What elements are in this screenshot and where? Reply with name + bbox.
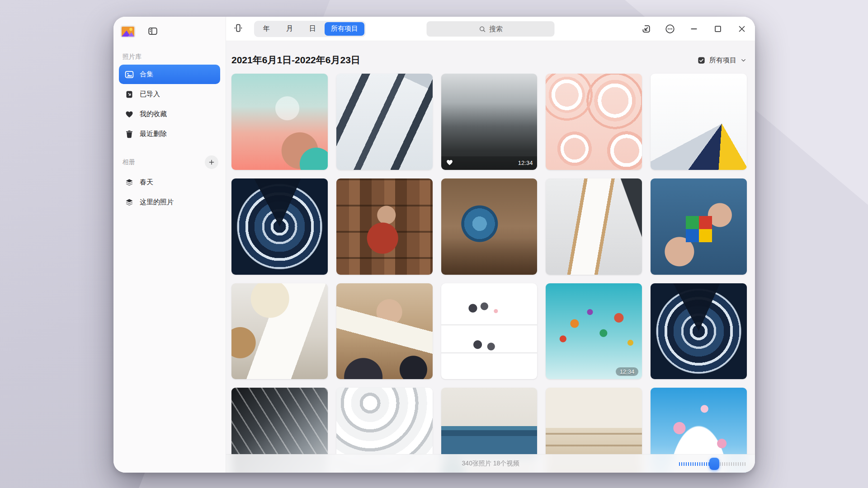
photo-couple-illustration[interactable]	[441, 283, 538, 380]
photo-spiral-building-blue-2[interactable]	[651, 283, 747, 380]
video-duration-badge: 12:34	[518, 160, 533, 166]
view-segment-all-items[interactable]: 所有项目	[325, 22, 364, 36]
photo-library-reader[interactable]	[336, 178, 433, 275]
photo-meeting-hands-papers[interactable]	[336, 283, 433, 380]
filter-check-icon	[697, 56, 706, 65]
search-input[interactable]: 搜索	[427, 21, 555, 37]
album-stack-icon	[125, 178, 134, 187]
photo-spiral-building-blue[interactable]	[231, 178, 328, 275]
view-mode-segmented-control: 年月日所有项目	[254, 21, 366, 37]
view-segment-day[interactable]: 日	[302, 22, 324, 36]
sidebar-sections: 照片库合集已导入我的收藏最近删除相册春天这里的照片	[119, 41, 220, 212]
photo-pink-abstract-rings[interactable]	[546, 74, 642, 170]
sidebar-item-label: 最近删除	[140, 130, 167, 138]
favorite-icon	[446, 159, 453, 166]
photo-library-main: 2021年6月1日-2022年6月23日 所有项目 12:3412:34 340…	[226, 41, 755, 473]
photo-pier-black-white-video[interactable]: 12:34	[441, 74, 538, 170]
page-header: 2021年6月1日-2022年6月23日 所有项目	[226, 41, 755, 66]
sidebar-item-imported[interactable]: 已导入	[119, 84, 220, 104]
video-duration-badge: 12:34	[616, 367, 639, 376]
photo-collection-icon	[125, 70, 134, 79]
sidebar-item-label: 我的收藏	[140, 110, 167, 118]
desktop-background: 照片库合集已导入我的收藏最近删除相册春天这里的照片 年月日所有项目 搜索 202…	[0, 0, 868, 488]
library-count-status: 340张照片 18个视频	[226, 455, 755, 473]
view-segment-month[interactable]: 月	[278, 22, 301, 36]
photo-clipboard-and-laptop[interactable]	[546, 178, 642, 275]
photo-white-building-abstract[interactable]	[336, 74, 433, 170]
photos-app-window: 照片库合集已导入我的收藏最近删除相册春天这里的照片 年月日所有项目 搜索 202…	[113, 17, 755, 473]
fit-window-button[interactable]	[232, 23, 244, 35]
slider-thumb[interactable]	[709, 458, 719, 470]
heart-icon	[125, 110, 134, 119]
photo-globe-on-desk[interactable]	[441, 178, 538, 275]
sidebar-item-album-spring[interactable]: 春天	[119, 173, 220, 192]
maximize-button[interactable]	[712, 23, 724, 35]
filter-dropdown[interactable]: 所有项目	[697, 56, 747, 65]
close-icon	[737, 24, 747, 34]
photo-grid: 12:3412:34	[231, 74, 747, 473]
sidebar-item-album-photos-here[interactable]: 这里的照片	[119, 192, 220, 212]
more-icon	[665, 24, 675, 34]
fit-window-icon	[233, 23, 243, 34]
minimize-button[interactable]	[688, 23, 700, 35]
sidebar-section-header: 相册	[123, 155, 218, 169]
photo-signing-documents[interactable]	[231, 283, 328, 380]
sidebar-item-favorites[interactable]: 我的收藏	[119, 104, 220, 124]
trash-icon	[125, 130, 134, 139]
view-segment-year[interactable]: 年	[255, 22, 278, 36]
sidebar-item-label: 春天	[140, 178, 153, 187]
sidebar-section-label: 相册	[123, 158, 135, 166]
sidebar-item-label: 已导入	[140, 90, 160, 99]
more-options-button[interactable]	[664, 23, 676, 35]
content-area: 年月日所有项目 搜索 2021年6月1日-2022年6月23日 所有项目	[226, 17, 755, 473]
chevron-down-icon	[740, 57, 747, 64]
toolbar: 年月日所有项目 搜索	[226, 17, 755, 41]
imported-icon	[125, 90, 134, 99]
thumbnail-zoom-slider[interactable]	[679, 462, 747, 466]
sidebar-item-collections[interactable]: 合集	[119, 65, 220, 84]
import-icon	[641, 24, 651, 34]
photo-yellow-blue-building-corner[interactable]	[651, 74, 747, 170]
photos-app-icon	[120, 23, 136, 40]
close-button[interactable]	[736, 23, 748, 35]
import-button[interactable]	[640, 23, 652, 35]
sidebar-section-label: 照片库	[123, 53, 142, 61]
sidebar-toggle-button[interactable]	[147, 26, 159, 38]
sidebar-item-label: 这里的照片	[140, 198, 174, 206]
maximize-icon	[713, 24, 723, 34]
search-icon	[478, 25, 486, 33]
minimize-icon	[689, 24, 699, 34]
sidebar-toggle-icon	[148, 26, 158, 38]
bottom-status-bar: 340张照片 18个视频	[226, 454, 755, 473]
toolbar-right-actions	[640, 23, 748, 35]
search-placeholder: 搜索	[489, 25, 503, 33]
photo-hand-holding-lightbulb[interactable]	[231, 74, 328, 170]
album-stack-icon	[125, 198, 134, 207]
photo-hot-air-balloons-video[interactable]: 12:34	[546, 283, 642, 380]
sidebar-header	[119, 22, 220, 41]
sidebar-section-header: 照片库	[123, 53, 218, 61]
add-album-button[interactable]	[205, 155, 218, 169]
photo-rubiks-cube-hands[interactable]	[651, 178, 747, 275]
sidebar-item-label: 合集	[140, 70, 153, 79]
filter-label: 所有项目	[709, 56, 736, 65]
sidebar: 照片库合集已导入我的收藏最近删除相册春天这里的照片	[113, 17, 226, 473]
sidebar-item-trash[interactable]: 最近删除	[119, 124, 220, 144]
plus-icon	[208, 159, 215, 166]
date-range-title: 2021年6月1日-2022年6月23日	[231, 54, 697, 66]
